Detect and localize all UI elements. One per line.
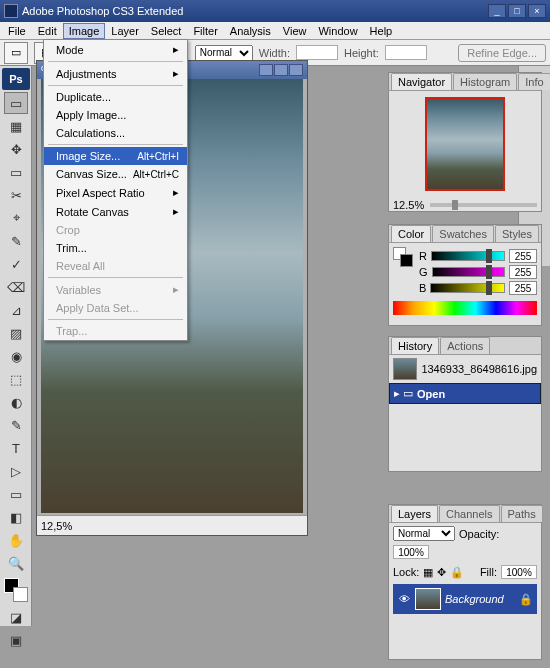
blend-mode-select[interactable]: Normal [393, 526, 455, 541]
navigator-zoom-slider[interactable] [430, 203, 537, 207]
r-slider[interactable] [431, 251, 505, 261]
tool-5[interactable]: ⌖ [4, 207, 28, 229]
tool-1[interactable]: ▦ [4, 115, 28, 137]
menu-item-calculations[interactable]: Calculations... [44, 124, 187, 142]
navigator-thumbnail[interactable] [425, 97, 505, 191]
tool-20[interactable]: 🔍 [4, 552, 28, 574]
tab-info[interactable]: Info [518, 73, 550, 90]
menu-item-duplicate[interactable]: Duplicate... [44, 88, 187, 106]
tool-preset-button[interactable]: ▭ [4, 42, 28, 64]
layer-name[interactable]: Background [445, 593, 504, 605]
tab-color[interactable]: Color [391, 225, 431, 242]
width-input[interactable] [296, 45, 338, 60]
tab-swatches[interactable]: Swatches [432, 225, 494, 242]
menu-analysis[interactable]: Analysis [224, 23, 277, 39]
menu-filter[interactable]: Filter [187, 23, 223, 39]
opacity-value[interactable]: 100% [393, 545, 429, 559]
tool-10[interactable]: ▨ [4, 322, 28, 344]
tab-navigator[interactable]: Navigator [391, 73, 452, 90]
menu-separator [48, 85, 183, 86]
menu-item-canvas-size[interactable]: Canvas Size...Alt+Ctrl+C [44, 165, 187, 183]
quickmask-button[interactable]: ◪ [4, 606, 28, 628]
tool-4[interactable]: ✂ [4, 184, 28, 206]
tab-histogram[interactable]: Histogram [453, 73, 517, 90]
panel-swatches[interactable] [393, 247, 413, 267]
lock-position-icon[interactable]: ✥ [437, 566, 446, 579]
screenmode-button[interactable]: ▣ [4, 629, 28, 651]
tool-15[interactable]: T [4, 437, 28, 459]
doc-maximize-button[interactable] [274, 64, 288, 76]
tool-16[interactable]: ▷ [4, 460, 28, 482]
history-snapshot[interactable]: 1346933_86498616.jpg [389, 355, 541, 383]
lock-pixels-icon[interactable]: ▦ [423, 566, 433, 579]
history-panel: History Actions 1346933_86498616.jpg ▸ ▭… [388, 336, 542, 472]
tool-8[interactable]: ⌫ [4, 276, 28, 298]
tool-9[interactable]: ⊿ [4, 299, 28, 321]
doc-minimize-button[interactable] [259, 64, 273, 76]
menu-item-rotate-canvas[interactable]: Rotate Canvas▸ [44, 202, 187, 221]
tool-3[interactable]: ▭ [4, 161, 28, 183]
tab-history[interactable]: History [391, 337, 439, 354]
height-input[interactable] [385, 45, 427, 60]
menu-help[interactable]: Help [364, 23, 399, 39]
fill-label: Fill: [480, 566, 497, 578]
menu-item-trim[interactable]: Trim... [44, 239, 187, 257]
menu-item-variables: Variables▸ [44, 280, 187, 299]
menu-view[interactable]: View [277, 23, 313, 39]
maximize-button[interactable]: □ [508, 4, 526, 18]
tool-19[interactable]: ✋ [4, 529, 28, 551]
doc-close-button[interactable] [289, 64, 303, 76]
color-ramp[interactable] [393, 301, 537, 315]
lock-all-icon[interactable]: 🔒 [450, 566, 464, 579]
visibility-icon[interactable]: 👁 [397, 593, 411, 605]
tab-channels[interactable]: Channels [439, 505, 499, 522]
menu-layer[interactable]: Layer [105, 23, 145, 39]
b-slider[interactable] [430, 283, 505, 293]
menu-image[interactable]: Image [63, 23, 106, 39]
menu-window[interactable]: Window [312, 23, 363, 39]
menu-item-apply-image[interactable]: Apply Image... [44, 106, 187, 124]
fill-value[interactable]: 100% [501, 565, 537, 579]
navigator-zoom-readout[interactable]: 12.5% [393, 199, 424, 211]
menu-edit[interactable]: Edit [32, 23, 63, 39]
background-swatch[interactable] [13, 587, 28, 602]
menu-select[interactable]: Select [145, 23, 188, 39]
tab-paths[interactable]: Paths [501, 505, 543, 522]
tab-actions[interactable]: Actions [440, 337, 490, 354]
tool-17[interactable]: ▭ [4, 483, 28, 505]
menu-item-crop: Crop [44, 221, 187, 239]
b-value[interactable]: 255 [509, 281, 537, 295]
g-value[interactable]: 255 [509, 265, 537, 279]
tool-6[interactable]: ✎ [4, 230, 28, 252]
menu-item-adjustments[interactable]: Adjustments▸ [44, 64, 187, 83]
style-select[interactable]: Normal [195, 45, 253, 61]
tab-styles[interactable]: Styles [495, 225, 539, 242]
layer-row-background[interactable]: 👁 Background 🔒 [393, 584, 537, 614]
tab-layers[interactable]: Layers [391, 505, 438, 522]
r-value[interactable]: 255 [509, 249, 537, 263]
menu-bar: FileEditImageLayerSelectFilterAnalysisVi… [0, 22, 550, 40]
menu-item-apply-data-set: Apply Data Set... [44, 299, 187, 317]
tool-12[interactable]: ⬚ [4, 368, 28, 390]
menu-file[interactable]: File [2, 23, 32, 39]
menu-item-mode[interactable]: Mode▸ [44, 40, 187, 59]
tool-11[interactable]: ◉ [4, 345, 28, 367]
minimize-button[interactable]: _ [488, 4, 506, 18]
zoom-readout[interactable]: 12,5% [41, 520, 72, 532]
tool-14[interactable]: ✎ [4, 414, 28, 436]
menu-item-reveal-all: Reveal All [44, 257, 187, 275]
color-swatches[interactable] [4, 578, 28, 602]
tool-18[interactable]: ◧ [4, 506, 28, 528]
tool-13[interactable]: ◐ [4, 391, 28, 413]
tool-2[interactable]: ✥ [4, 138, 28, 160]
menu-item-pixel-aspect-ratio[interactable]: Pixel Aspect Ratio▸ [44, 183, 187, 202]
tool-7[interactable]: ✓ [4, 253, 28, 275]
refine-edge-button[interactable]: Refine Edge... [458, 44, 546, 62]
history-step-open[interactable]: ▸ ▭ Open [389, 383, 541, 404]
history-step-label: Open [417, 388, 445, 400]
menu-item-image-size[interactable]: Image Size...Alt+Ctrl+I [44, 147, 187, 165]
tool-0[interactable]: ▭ [4, 92, 28, 114]
menu-separator [48, 277, 183, 278]
close-button[interactable]: × [528, 4, 546, 18]
g-slider[interactable] [432, 267, 505, 277]
